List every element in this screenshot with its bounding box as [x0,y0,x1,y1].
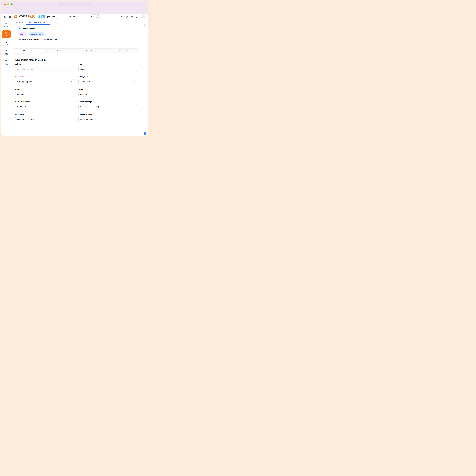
window-close-button[interactable] [4,3,6,5]
field-date: Date* 09/12/2025 [78,63,137,72]
country-of-origin-value: United Arab Emirates (AE) [80,106,99,108]
header-actions: V [116,15,146,19]
shipper-select[interactable]: Oceansky Cargo Pvt Ltd [15,79,74,84]
country-of-origin-label: Country of Origin [78,101,137,103]
plane-icon [5,41,8,44]
customer-row: T Tamimi Markets [18,26,135,30]
window-minimize-button[interactable] [7,3,9,5]
voltus-hexagon-icon [14,15,18,19]
job-no-input[interactable]: JB-09-DEC-25-S-0193 [15,67,74,72]
brand-name-primary: VOLTUS [19,15,27,17]
consignee-select[interactable]: Tamimi Markets [78,79,137,84]
app-header: VOLTUSFREIGHT AI-Native ERP Operations D… [1,14,148,20]
field-job-no: Job No JB-09-DEC-25-S-0193 [15,63,74,72]
tab-job-jb-09-dec-25-s-0193[interactable]: JB-09-DEC-25-S-0193 × [26,20,50,25]
destination-agent-value: MARKSMEN [17,106,26,108]
tab-documents[interactable]: Documents [108,49,139,53]
shipper-value: Oceansky Cargo Pvt Ltd [17,81,34,83]
briefcase-icon [5,23,8,25]
job-summary-card: T Tamimi Markets Import↓ Full container … [13,25,139,46]
field-country-of-origin: Country of Origin United Arab Emirates (… [78,101,137,109]
location-select[interactable]: Dubai, UAE [56,14,88,19]
chevron-down-icon [133,119,135,120]
mail-button[interactable] [121,16,123,18]
ai-label: Ai [93,16,95,17]
origin-agent-label: Origin Agent [78,88,137,90]
port-of-load-label: Port of Load [15,113,74,115]
field-sector: Sector CANADA [15,88,74,97]
window-title-pill [58,3,92,6]
port-of-discharge-select[interactable]: Mumbai (INBOM) [78,117,137,122]
scrollbar-thumb[interactable] [144,132,146,135]
window-zoom-button[interactable] [11,3,13,5]
route-row: From Dubai SeaPort (AEDXB) → To Mumbai (… [18,39,135,41]
consignee-label-text: Consignee [78,76,87,78]
field-port-of-load: Port of Load Dubai SeaPort (AEDXB) [15,113,74,122]
app-body: All Jobs Sea Jobs Air Jobs Road Jobs Pro… [1,20,148,136]
origin-agent-select[interactable]: delcorona [78,92,137,97]
briefcase-icon [42,16,44,18]
main-area: Sea Import JB-09-DEC-25-S-0193 × T Tamim… [11,20,148,136]
country-of-origin-select[interactable]: United Arab Emirates (AE) [78,104,137,109]
tasks-button[interactable] [116,16,118,18]
chevron-down-icon [70,106,72,108]
field-consignee: Consignee* Tamimi Markets [78,76,137,84]
sidebar-toggle-button[interactable] [4,16,6,18]
field-destination-agent: Destination Agent MARKSMEN [15,101,74,109]
document-tabbar: Sea Import JB-09-DEC-25-S-0193 × [11,20,148,25]
destination-agent-select[interactable]: MARKSMEN [15,104,74,109]
brand-logo[interactable]: VOLTUSFREIGHT AI-Native ERP [14,15,36,19]
calendar-icon[interactable] [94,68,96,70]
apps-grid-button[interactable] [9,16,11,18]
sidebar-item-air-jobs[interactable]: Air Jobs [2,40,11,46]
chat-button[interactable] [144,24,147,27]
sidebar-item-project-jobs[interactable]: Project Jobs [2,58,11,66]
feed-button[interactable] [131,16,133,18]
location-value: Dubai, UAE [58,16,85,17]
port-of-load-select[interactable]: Dubai SeaPort (AEDXB) [15,117,74,122]
customer-name: Tamimi Markets [23,27,35,29]
port-of-discharge-value: Mumbai (INBOM) [80,119,93,120]
field-port-of-discharge: Port of Discharge Mumbai (INBOM) [78,113,137,122]
sidebar-item-all-jobs[interactable]: All Jobs [2,22,11,28]
tab-master-details[interactable]: Master Details [13,49,45,53]
module-active-indicator [39,15,40,18]
mail-icon [121,16,123,18]
ai-toggle[interactable] [96,16,100,18]
chevron-down-icon [70,81,72,83]
fullscreen-button[interactable] [136,16,138,18]
required-marker: * [22,76,23,78]
consignee-value: Tamimi Markets [80,81,91,83]
route-from-value: Dubai SeaPort (AEDXB) [22,39,39,41]
section-tabs: Master Details Containers House Shipment… [13,49,139,53]
badge-row: Import↓ Full container load [18,33,135,36]
brand-tagline: AI-Native ERP [19,17,36,18]
tab-house-shipments[interactable]: House Shipments [76,49,108,53]
rss-icon [131,16,133,18]
sector-select[interactable]: CANADA [15,92,74,97]
tab-sea-import[interactable]: Sea Import [13,20,26,25]
brand-name: VOLTUSFREIGHT [19,15,36,17]
user-avatar[interactable]: V [141,15,146,19]
drag-handle-icon[interactable] [37,16,39,18]
sidebar: All Jobs Sea Jobs Air Jobs Road Jobs Pro… [1,20,11,136]
theme-button[interactable] [126,16,128,18]
list-icon [5,59,8,62]
sidebar-item-road-jobs[interactable]: Road Jobs [2,49,11,56]
consignee-label: Consignee* [78,76,137,78]
date-input[interactable]: 09/12/2025 [78,67,137,72]
date-value: 09/12/2025 [80,68,90,70]
window-controls [4,3,13,5]
job-no-label: Job No [15,63,74,65]
app-window: VOLTUSFREIGHT AI-Native ERP Operations D… [1,1,148,136]
desktop-background: { "header": { "brand_primary": "VOLTUS",… [0,0,149,137]
sidebar-item-sea-jobs[interactable]: Sea Jobs [2,31,11,38]
route-to-value: Mumbai (INBOM) [47,39,58,41]
operations-module-button[interactable] [41,15,45,18]
sidebar-item-label: Air Jobs [4,44,9,46]
sidebar-item-label: All Jobs [4,26,9,27]
content-area: T Tamimi Markets Import↓ Full container … [11,25,148,136]
sparkles-icon [91,16,93,17]
tab-close-icon[interactable]: × [46,21,47,23]
tab-containers[interactable]: Containers [45,49,76,53]
